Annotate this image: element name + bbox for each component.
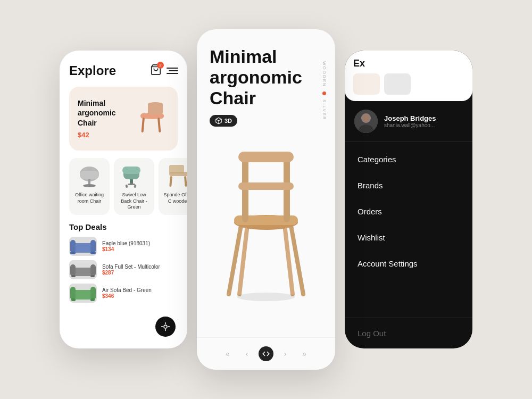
svg-rect-32 bbox=[71, 275, 76, 277]
svg-rect-23 bbox=[184, 176, 187, 187]
product-card-3[interactable]: Spande Office C wooden bbox=[159, 158, 187, 215]
svg-rect-37 bbox=[71, 298, 76, 301]
menu-categories[interactable]: Categories bbox=[345, 146, 472, 172]
featured-name: Minimal argonomic Chair bbox=[78, 98, 132, 128]
top-deals-title: Top Deals bbox=[69, 222, 178, 231]
user-email: shania.wall@yahoo... bbox=[384, 122, 436, 128]
product-card-1[interactable]: Office waiting room Chair bbox=[69, 158, 110, 215]
menu-wishlist[interactable]: Wishlist bbox=[345, 225, 472, 251]
main-chair-wrap bbox=[210, 137, 322, 302]
menu-icon[interactable] bbox=[167, 67, 178, 74]
featured-price: $42 bbox=[78, 131, 132, 139]
vertical-labels: WOODEN SILVER bbox=[322, 61, 327, 121]
user-info: Joseph Bridges shania.wall@yahoo... bbox=[384, 114, 436, 128]
swivel-chair-svg bbox=[118, 162, 150, 189]
product-img-2 bbox=[118, 162, 150, 189]
wooden-chair-svg bbox=[163, 162, 187, 189]
wooden-label: WOODEN bbox=[322, 61, 327, 87]
svg-rect-7 bbox=[148, 103, 163, 114]
svg-point-39 bbox=[164, 325, 167, 328]
svg-rect-26 bbox=[90, 240, 96, 253]
svg-rect-38 bbox=[90, 298, 95, 301]
phone-explore: Explore 2 Minimal argonomic Chair $42 bbox=[60, 51, 187, 348]
product-card-2[interactable]: Swivel Low Back Chair -Green bbox=[114, 158, 154, 215]
featured-card[interactable]: Minimal argonomic Chair $42 bbox=[69, 87, 178, 151]
sofa-svg-2 bbox=[69, 260, 97, 279]
deal-info-1: Eagle blue (918031) $134 bbox=[102, 240, 150, 252]
silver-label: SILVER bbox=[322, 99, 327, 121]
user-avatar bbox=[354, 110, 378, 133]
svg-rect-21 bbox=[169, 165, 184, 173]
product-name-2: Swivel Low Back Chair -Green bbox=[118, 192, 150, 211]
phone1-header: Explore 2 bbox=[69, 63, 178, 78]
header-icons: 2 bbox=[150, 64, 178, 78]
peek-product-2 bbox=[384, 73, 411, 95]
badge-3d-label: 3D bbox=[225, 118, 232, 124]
code-icon bbox=[262, 350, 270, 358]
deal-price-2: $287 bbox=[102, 270, 160, 276]
sofa-svg-1 bbox=[69, 237, 97, 256]
nav-next[interactable]: › bbox=[278, 346, 293, 361]
logout-button[interactable]: Log Out bbox=[345, 318, 472, 348]
deal-name-2: Sofa Full Set - Multicolor bbox=[102, 264, 160, 270]
nav-prev[interactable]: ‹ bbox=[239, 346, 254, 361]
user-name: Joseph Bridges bbox=[384, 114, 436, 122]
product-name-3: Spande Office C wooden bbox=[163, 192, 187, 204]
svg-rect-11 bbox=[80, 171, 99, 179]
peek-products bbox=[353, 73, 464, 95]
peek-title: Ex bbox=[353, 58, 464, 69]
ar-button[interactable] bbox=[155, 317, 176, 337]
sofa-svg-3 bbox=[69, 284, 97, 303]
menu-account-settings[interactable]: Account Settings bbox=[345, 251, 472, 277]
dot-divider bbox=[322, 92, 326, 95]
featured-chair-image bbox=[132, 97, 169, 140]
deal-item-3[interactable]: Air Sofa Bed - Green $346 bbox=[69, 284, 178, 303]
phone-product-detail: Minimal argonomic Chair 3D WOODEN SILVER bbox=[197, 29, 335, 370]
svg-rect-15 bbox=[122, 167, 140, 174]
svg-rect-33 bbox=[90, 275, 95, 277]
deal-item-1[interactable]: Eagle blue (918031) $134 bbox=[69, 237, 178, 256]
deal-item-2[interactable]: Sofa Full Set - Multicolor $287 bbox=[69, 260, 178, 279]
main-chair-svg bbox=[213, 140, 319, 300]
deal-name-3: Air Sofa Bed - Green bbox=[102, 287, 152, 293]
menu-list: Categories Brands Orders Wishlist Accoun… bbox=[345, 142, 472, 318]
svg-point-54 bbox=[362, 114, 370, 122]
svg-rect-18 bbox=[125, 185, 128, 188]
chair-svg bbox=[132, 97, 169, 140]
cart-button[interactable]: 2 bbox=[150, 64, 162, 78]
deal-info-2: Sofa Full Set - Multicolor $287 bbox=[102, 264, 160, 276]
svg-rect-36 bbox=[90, 287, 96, 300]
featured-info: Minimal argonomic Chair $42 bbox=[78, 98, 132, 139]
deal-img-1 bbox=[69, 237, 97, 256]
avatar-svg bbox=[354, 110, 378, 133]
cart-badge: 2 bbox=[157, 62, 164, 69]
svg-rect-27 bbox=[70, 252, 76, 254]
svg-rect-28 bbox=[90, 252, 96, 254]
svg-rect-22 bbox=[169, 176, 172, 187]
product-detail-content: Minimal argonomic Chair 3D WOODEN SILVER bbox=[197, 29, 335, 337]
deal-info-3: Air Sofa Bed - Green $346 bbox=[102, 287, 152, 299]
nav-first[interactable]: « bbox=[220, 346, 235, 361]
menu-brands[interactable]: Brands bbox=[345, 172, 472, 198]
peek-product-1 bbox=[353, 73, 380, 95]
menu-orders[interactable]: Orders bbox=[345, 198, 472, 225]
deal-img-3 bbox=[69, 284, 97, 303]
badge-3d[interactable]: 3D bbox=[210, 115, 237, 127]
svg-rect-49 bbox=[238, 182, 294, 190]
product-img-3 bbox=[163, 162, 187, 189]
svg-rect-17 bbox=[128, 184, 135, 185]
svg-rect-31 bbox=[90, 264, 96, 276]
svg-rect-25 bbox=[70, 240, 76, 253]
svg-rect-35 bbox=[70, 287, 76, 300]
product-detail-name: Minimal argonomic Chair bbox=[210, 46, 322, 109]
office-chair-svg bbox=[73, 162, 105, 189]
user-profile-row[interactable]: Joseph Bridges shania.wall@yahoo... bbox=[345, 101, 472, 142]
ar-icon bbox=[161, 322, 170, 331]
deal-price-1: $134 bbox=[102, 246, 150, 252]
nav-current[interactable] bbox=[259, 346, 273, 361]
svg-point-50 bbox=[237, 293, 295, 301]
peek-area: Ex bbox=[345, 51, 472, 101]
nav-last[interactable]: » bbox=[297, 346, 312, 361]
deal-name-1: Eagle blue (918031) bbox=[102, 240, 150, 246]
explore-title: Explore bbox=[69, 63, 116, 78]
